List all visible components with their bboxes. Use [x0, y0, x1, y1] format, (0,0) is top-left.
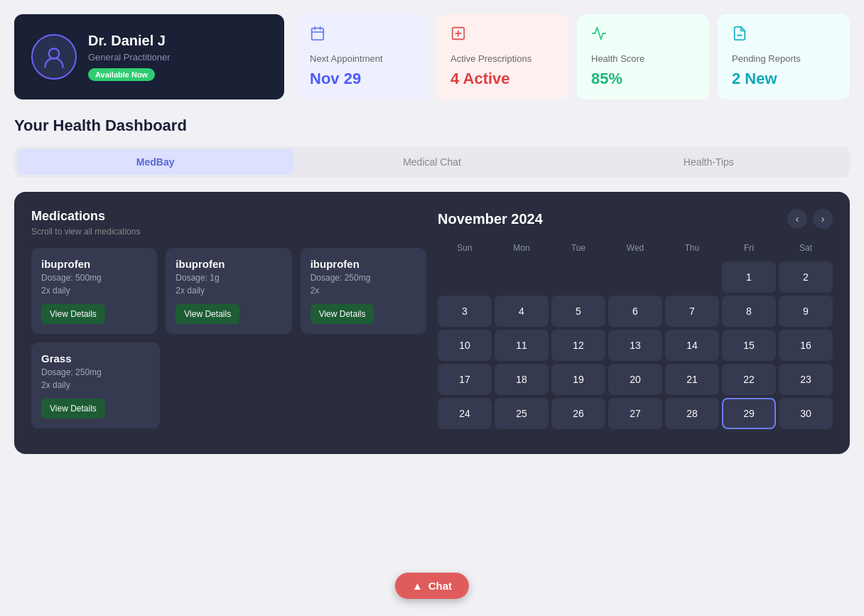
medications-panel: Medications Scroll to view all medicatio… [31, 209, 426, 437]
calendar-day-30[interactable]: 30 [779, 398, 833, 429]
calendar-day-25[interactable]: 25 [495, 398, 549, 429]
med-card-3: ibuprofen Dosage: 250mg 2x View Details [301, 248, 426, 334]
calendar-day-27[interactable]: 27 [608, 398, 662, 429]
calendar-grid: Sun Mon Tue Wed Thu Fri Sat 123456789101… [438, 240, 833, 429]
calendar-day-14[interactable]: 14 [665, 330, 719, 361]
calendar-day-24[interactable]: 24 [438, 398, 492, 429]
calendar-week-5: 24252627282930 [438, 398, 833, 429]
calendar-day-21[interactable]: 21 [665, 364, 719, 395]
calendar-panel: November 2024 ‹ › Sun Mon Tue Wed Thu Fr… [438, 209, 833, 437]
avatar [31, 34, 77, 80]
calendar-day-5[interactable]: 5 [551, 296, 605, 327]
calendar-day-3[interactable]: 3 [438, 296, 492, 327]
calendar-day-15[interactable]: 15 [722, 330, 776, 361]
calendar-day-23[interactable]: 23 [779, 364, 833, 395]
med-name-2: ibuprofen [176, 258, 281, 270]
stats-grid: Next Appointment Nov 29 Active Prescript… [296, 14, 850, 99]
calendar-week-1: 12 [438, 261, 833, 293]
svg-point-0 [49, 48, 59, 58]
calendar-week-2: 3456789 [438, 296, 833, 327]
med-card-1: ibuprofen Dosage: 500mg 2x daily View De… [31, 248, 157, 334]
reports-icon [732, 26, 836, 45]
prescription-label: Active Prescriptions [450, 53, 554, 64]
medications-subtitle: Scroll to view all medications [31, 227, 426, 237]
calendar-day-7[interactable]: 7 [665, 296, 719, 327]
calendar-day-22[interactable]: 22 [722, 364, 776, 395]
chat-fab-icon: ▲ [412, 580, 423, 592]
med-name-3: ibuprofen [310, 258, 416, 270]
med-freq-4: 2x daily [41, 380, 150, 390]
health-label: Health Score [591, 53, 695, 64]
doctor-card: Dr. Daniel J General Practitioner Availa… [14, 14, 284, 99]
calendar-day-18[interactable]: 18 [495, 364, 549, 395]
tab-medical-chat[interactable]: Medical Chat [293, 149, 570, 175]
calendar-day-16[interactable]: 16 [779, 330, 833, 361]
calendar-header: November 2024 ‹ › [438, 209, 833, 229]
stat-card-health: Health Score 85% [577, 14, 709, 99]
calendar-day-8[interactable]: 8 [722, 296, 776, 327]
day-tue: Tue [551, 240, 605, 256]
med-freq-2: 2x daily [176, 286, 281, 296]
calendar-day-12[interactable]: 12 [551, 330, 605, 361]
calendar-day-17[interactable]: 17 [438, 364, 492, 395]
medications-row-2: Grass Dosage: 250mg 2x daily View Detail… [31, 342, 426, 428]
view-details-btn-1[interactable]: View Details [41, 304, 105, 324]
calendar-day-10[interactable]: 10 [438, 330, 492, 361]
calendar-day-4[interactable]: 4 [495, 296, 549, 327]
calendar-day-13[interactable]: 13 [608, 330, 662, 361]
main-content: Medications Scroll to view all medicatio… [14, 192, 850, 454]
tab-medbay[interactable]: MedBay [17, 149, 293, 175]
chat-fab-label: Chat [428, 580, 452, 592]
day-sat: Sat [779, 240, 833, 256]
stat-card-appointment: Next Appointment Nov 29 [296, 14, 428, 99]
reports-value: 2 New [732, 70, 836, 88]
health-value: 85% [591, 70, 695, 88]
calendar-day-empty-0-4 [665, 261, 719, 293]
tabs-bar: MedBay Medical Chat Health-Tips [14, 146, 850, 178]
appointment-label: Next Appointment [310, 53, 414, 64]
calendar-icon [310, 26, 414, 45]
tab-health-tips[interactable]: Health-Tips [571, 149, 847, 175]
calendar-day-26[interactable]: 26 [551, 398, 605, 429]
calendar-day-2[interactable]: 2 [779, 261, 833, 293]
calendar-day-9[interactable]: 9 [779, 296, 833, 327]
med-freq-1: 2x daily [41, 286, 147, 296]
day-fri: Fri [722, 240, 776, 256]
calendar-day-empty-0-0 [438, 261, 492, 293]
med-dosage-2: Dosage: 1g [176, 273, 281, 283]
calendar-day-19[interactable]: 19 [551, 364, 605, 395]
calendar-days-header: Sun Mon Tue Wed Thu Fri Sat [438, 240, 833, 256]
med-name-4: Grass [41, 352, 150, 364]
reports-label: Pending Reports [732, 53, 836, 64]
svg-rect-1 [312, 28, 324, 40]
calendar-day-11[interactable]: 11 [495, 330, 549, 361]
calendar-week-3: 10111213141516 [438, 330, 833, 361]
calendar-nav: ‹ › [787, 209, 833, 229]
day-wed: Wed [608, 240, 662, 256]
prescription-icon [450, 26, 554, 45]
med-card-4: Grass Dosage: 250mg 2x daily View Detail… [31, 342, 160, 428]
calendar-day-28[interactable]: 28 [665, 398, 719, 429]
day-mon: Mon [495, 240, 549, 256]
calendar-day-29[interactable]: 29 [722, 398, 776, 429]
doctor-title: General Practitioner [88, 52, 171, 63]
med-card-2: ibuprofen Dosage: 1g 2x daily View Detai… [166, 248, 291, 334]
view-details-btn-3[interactable]: View Details [310, 304, 374, 324]
med-dosage-4: Dosage: 250mg [41, 367, 150, 377]
calendar-prev-btn[interactable]: ‹ [787, 209, 807, 229]
calendar-day-1[interactable]: 1 [722, 261, 776, 293]
view-details-btn-4[interactable]: View Details [41, 399, 105, 418]
calendar-day-20[interactable]: 20 [608, 364, 662, 395]
med-dosage-3: Dosage: 250mg [310, 273, 416, 283]
view-details-btn-2[interactable]: View Details [176, 304, 239, 324]
day-thu: Thu [665, 240, 719, 256]
medications-title: Medications [31, 209, 426, 224]
calendar-day-6[interactable]: 6 [608, 296, 662, 327]
calendar-next-btn[interactable]: › [813, 209, 833, 229]
medications-row-1: ibuprofen Dosage: 500mg 2x daily View De… [31, 248, 426, 334]
chat-fab[interactable]: ▲ Chat [395, 573, 469, 599]
stat-card-prescriptions: Active Prescriptions 4 Active [436, 14, 568, 99]
top-section: Dr. Daniel J General Practitioner Availa… [14, 14, 850, 99]
med-freq-3: 2x [310, 286, 416, 296]
doctor-name: Dr. Daniel J [88, 33, 171, 49]
